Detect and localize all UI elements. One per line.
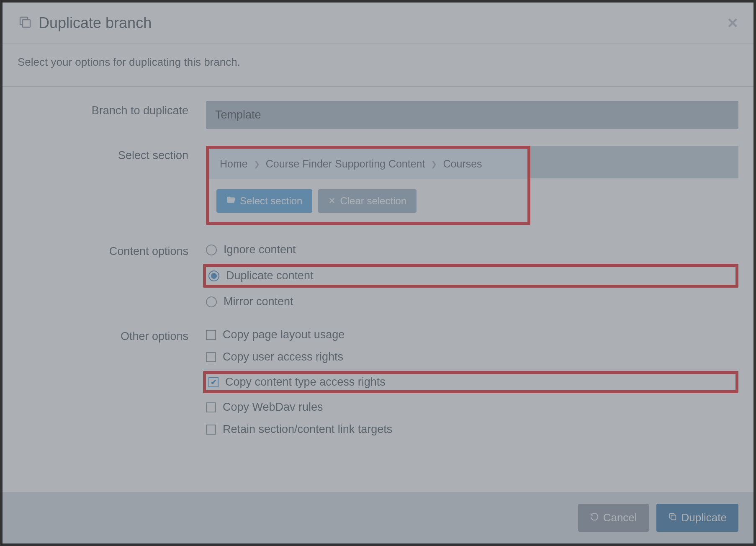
dialog-footer: Cancel Duplicate [3, 492, 753, 543]
check-copy-user-access[interactable]: Copy user access rights [206, 349, 738, 365]
breadcrumb-courses[interactable]: Courses [443, 158, 482, 170]
close-icon[interactable]: ✕ [727, 15, 738, 31]
radio-icon [206, 245, 217, 255]
check-copy-webdav[interactable]: Copy WebDav rules [206, 399, 738, 415]
check-label: Copy user access rights [223, 350, 343, 363]
breadcrumb-home[interactable]: Home [220, 158, 248, 170]
dialog-subtitle: Select your options for duplicating this… [3, 44, 753, 87]
checkbox-icon [206, 330, 216, 340]
radio-label: Duplicate content [226, 269, 314, 282]
radio-icon [206, 296, 217, 307]
duplicate-icon [668, 511, 677, 524]
radio-ignore-content[interactable]: Ignore content [206, 242, 738, 258]
check-label: Copy page layout usage [223, 328, 345, 341]
svg-rect-1 [671, 515, 676, 520]
breadcrumb: Home ❯ Course Finder Supporting Content … [209, 149, 527, 179]
radio-label: Ignore content [224, 243, 296, 256]
radio-mirror-content[interactable]: Mirror content [206, 294, 738, 310]
duplicate-label: Duplicate [681, 511, 727, 524]
checkbox-icon [206, 352, 216, 362]
radio-duplicate-content[interactable]: Duplicate content [208, 269, 314, 282]
chevron-right-icon: ❯ [254, 160, 260, 169]
radio-duplicate-highlight: Duplicate content [203, 264, 738, 288]
checkbox-icon [206, 402, 216, 412]
select-section-button[interactable]: Select section [216, 189, 312, 213]
checkbox-icon [206, 425, 216, 435]
label-section: Select section [18, 146, 206, 225]
branch-value-field: Template [206, 101, 738, 129]
label-content: Content options [18, 242, 206, 310]
radio-label: Mirror content [224, 295, 293, 308]
dialog-title: Duplicate branch [39, 14, 152, 32]
dialog-header: Duplicate branch ✕ [3, 3, 753, 44]
clear-selection-button[interactable]: Clear selection [318, 189, 417, 213]
check-copy-page-layout[interactable]: Copy page layout usage [206, 327, 738, 343]
label-other: Other options [18, 327, 206, 438]
clear-selection-label: Clear selection [340, 195, 406, 207]
check-label: Copy WebDav rules [223, 401, 323, 414]
cancel-label: Cancel [603, 511, 637, 524]
radio-icon-checked [208, 270, 219, 281]
section-highlight-box: Home ❯ Course Finder Supporting Content … [206, 146, 530, 225]
check-retain-targets[interactable]: Retain section/content link targets [206, 421, 738, 438]
folder-open-icon [226, 195, 236, 207]
undo-icon [590, 511, 599, 524]
duplicate-branch-dialog: Duplicate branch ✕ Select your options f… [3, 3, 753, 543]
select-section-label: Select section [240, 195, 302, 207]
check-label: Copy content type access rights [225, 376, 386, 389]
row-section: Select section Home ❯ Course Finder Supp… [18, 146, 738, 225]
check-copy-content-type-highlight: ✔ Copy content type access rights [203, 371, 738, 393]
checkbox-icon-checked: ✔ [208, 377, 219, 387]
row-branch: Branch to duplicate Template [18, 101, 738, 129]
duplicate-button[interactable]: Duplicate [656, 504, 738, 532]
form-body: Branch to duplicate Template Select sect… [3, 87, 753, 479]
chevron-right-icon: ❯ [431, 160, 437, 169]
check-label: Retain section/content link targets [223, 423, 392, 436]
row-other-options: Other options Copy page layout usage Cop… [18, 327, 738, 438]
svg-rect-0 [23, 20, 30, 27]
check-copy-content-type[interactable]: ✔ Copy content type access rights [208, 376, 386, 389]
breadcrumb-course-finder[interactable]: Course Finder Supporting Content [266, 158, 425, 170]
label-branch: Branch to duplicate [18, 101, 206, 129]
section-field-bg [530, 146, 738, 178]
row-content-options: Content options Ignore content Duplicate… [18, 242, 738, 310]
close-icon [328, 195, 336, 207]
cancel-button[interactable]: Cancel [578, 504, 649, 532]
duplicate-icon [18, 15, 33, 31]
